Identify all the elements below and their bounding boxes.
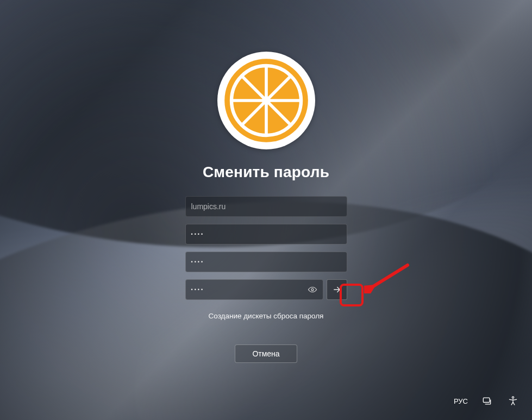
username-field: lumpics.ru xyxy=(185,196,347,217)
confirm-password-field[interactable]: •••• xyxy=(185,279,323,300)
accessibility-button[interactable] xyxy=(506,394,520,408)
svg-point-13 xyxy=(512,397,514,398)
accessibility-icon xyxy=(508,396,518,406)
svg-point-11 xyxy=(311,289,314,291)
create-reset-disk-link[interactable]: Создание дискеты сброса пароля xyxy=(209,312,324,320)
password-mask: •••• xyxy=(191,287,205,292)
password-mask: •••• xyxy=(191,259,205,265)
password-mask: •••• xyxy=(191,231,205,237)
submit-button[interactable] xyxy=(327,279,347,300)
system-tray: РУС xyxy=(454,394,520,408)
eye-icon xyxy=(308,285,317,294)
reveal-password-button[interactable] xyxy=(308,285,317,294)
form: lumpics.ru •••• •••• •••• xyxy=(185,196,347,300)
svg-point-10 xyxy=(262,96,271,105)
cancel-label: Отмена xyxy=(252,349,279,358)
network-button[interactable] xyxy=(480,394,494,408)
login-panel: Сменить пароль lumpics.ru •••• •••• •••• xyxy=(0,52,532,363)
network-icon xyxy=(481,396,492,406)
username-value: lumpics.ru xyxy=(191,202,226,211)
arrow-right-icon xyxy=(332,285,342,294)
svg-rect-12 xyxy=(483,398,490,402)
page-title: Сменить пароль xyxy=(203,164,329,181)
new-password-field[interactable]: •••• xyxy=(185,252,347,272)
cancel-button[interactable]: Отмена xyxy=(235,344,297,363)
input-language-button[interactable]: РУС xyxy=(454,394,468,408)
old-password-field[interactable]: •••• xyxy=(185,224,347,245)
confirm-row: •••• xyxy=(185,279,347,300)
avatar xyxy=(217,52,315,149)
orange-slice-icon xyxy=(223,57,310,144)
